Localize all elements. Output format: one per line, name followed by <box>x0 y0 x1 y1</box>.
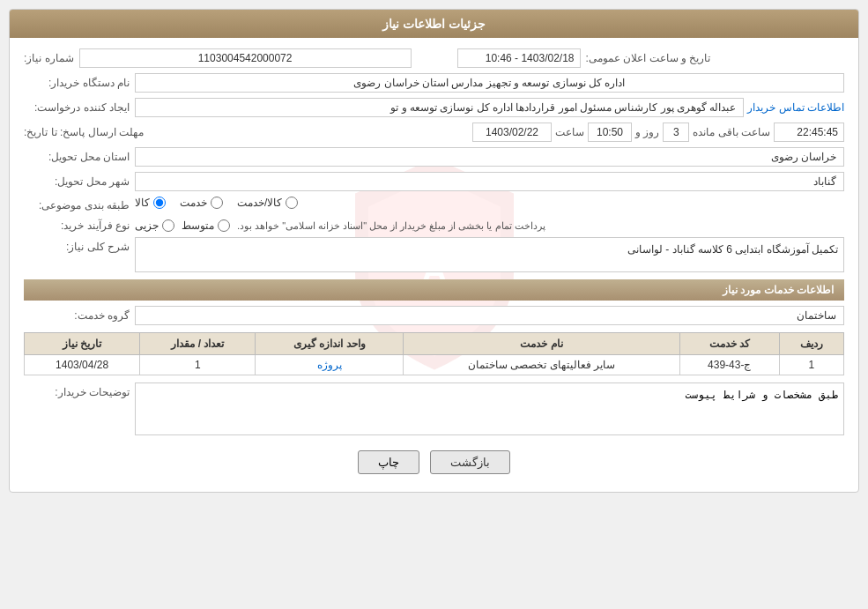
creator-label: ایجاد کننده درخواست: <box>24 101 130 114</box>
announcement-value: 1403/02/18 - 10:46 <box>457 48 581 68</box>
city-label: شهر محل تحویل: <box>24 175 130 188</box>
deadline-days: 3 <box>663 123 689 142</box>
cell-name: سایر فعالیتهای تخصصی ساختمان <box>404 355 679 375</box>
day-label: روز و <box>635 126 659 138</box>
announcement-label: تاریخ و ساعت اعلان عمومی: <box>586 52 711 64</box>
cell-unit: پروژه <box>256 355 404 375</box>
services-section-title: اطلاعات خدمات مورد نیاز <box>24 279 844 301</box>
cell-qty: 1 <box>140 355 256 375</box>
purchase-type-label: نوع فرآیند خرید: <box>24 219 130 232</box>
buyer-org-label: نام دستگاه خریدار: <box>24 77 130 89</box>
cell-row: 1 <box>779 355 843 375</box>
category-kala-khedmat[interactable]: کالا/خدمت <box>237 197 298 209</box>
category-kala[interactable]: کالا <box>135 197 166 209</box>
col-qty: تعداد / مقدار <box>140 333 256 355</box>
category-kala-label: کالا <box>135 197 150 209</box>
purchase-type-small[interactable]: جزیی <box>135 219 174 232</box>
col-unit: واحد اندازه گیری <box>256 333 404 355</box>
col-name: نام خدمت <box>404 333 679 355</box>
service-group-label: گروه خدمت: <box>24 309 130 322</box>
purchase-type-medium[interactable]: متوسط <box>182 219 230 232</box>
deadline-date: 1403/02/22 <box>472 123 552 142</box>
category-khedmat-label: خدمت <box>180 197 207 209</box>
creator-value: عبداله گوهری پور کارشناس مسئول امور قرار… <box>135 98 744 117</box>
service-group-value: ساختمان <box>135 306 844 325</box>
time-label: ساعت <box>555 126 584 138</box>
col-date: تاریخ نیاز <box>25 333 140 355</box>
need-number-label: شماره نیاز: <box>24 52 74 64</box>
city-value: گناباد <box>135 172 844 191</box>
category-label: طبقه بندی موضوعی: <box>24 199 130 212</box>
purchase-type-medium-label: متوسط <box>182 219 214 232</box>
province-label: استان محل تحویل: <box>24 151 130 163</box>
province-value: خراسان رضوی <box>135 147 844 167</box>
buyer-desc-label: توضیحات خریدار: <box>24 382 130 398</box>
remaining-time: 22:45:45 <box>774 123 844 142</box>
deadline-label: مهلت ارسال پاسخ: تا تاریخ: <box>24 126 144 138</box>
general-desc-value: تکمیل آموزشگاه ابتدایی 6 کلاسه گناباد - … <box>135 237 844 272</box>
panel-title: جزئیات اطلاعات نیاز <box>10 10 858 38</box>
purchase-note: پرداخت تمام یا بخشی از مبلغ خریدار از مح… <box>237 220 545 232</box>
buyer-desc-input[interactable]: طبق مشخصات و شرایط پیوست <box>135 382 844 435</box>
print-button[interactable]: چاپ <box>358 450 419 474</box>
deadline-time: 10:50 <box>588 123 632 142</box>
purchase-type-small-label: جزیی <box>135 219 159 232</box>
buyer-org-value: اداره کل نوسازی توسعه و تجهیز مدارس استا… <box>135 73 844 93</box>
back-button[interactable]: بازگشت <box>430 450 510 474</box>
table-row: 1 ج-43-439 سایر فعالیتهای تخصصی ساختمان … <box>25 355 844 375</box>
services-table: ردیف کد خدمت نام خدمت واحد اندازه گیری ت… <box>24 332 844 375</box>
cell-date: 1403/04/28 <box>25 355 140 375</box>
creator-contact-link[interactable]: اطلاعات تماس خریدار <box>747 101 844 114</box>
general-desc-label: شرح کلی نیاز: <box>24 237 130 253</box>
need-number-value: 1103004542000072 <box>79 48 412 68</box>
col-row: ردیف <box>779 333 843 355</box>
category-khedmat[interactable]: خدمت <box>180 197 223 209</box>
col-code: کد خدمت <box>679 333 779 355</box>
category-kala-khedmat-label: کالا/خدمت <box>237 197 282 209</box>
remaining-label: ساعت باقی مانده <box>693 126 770 138</box>
cell-code: ج-43-439 <box>679 355 779 375</box>
